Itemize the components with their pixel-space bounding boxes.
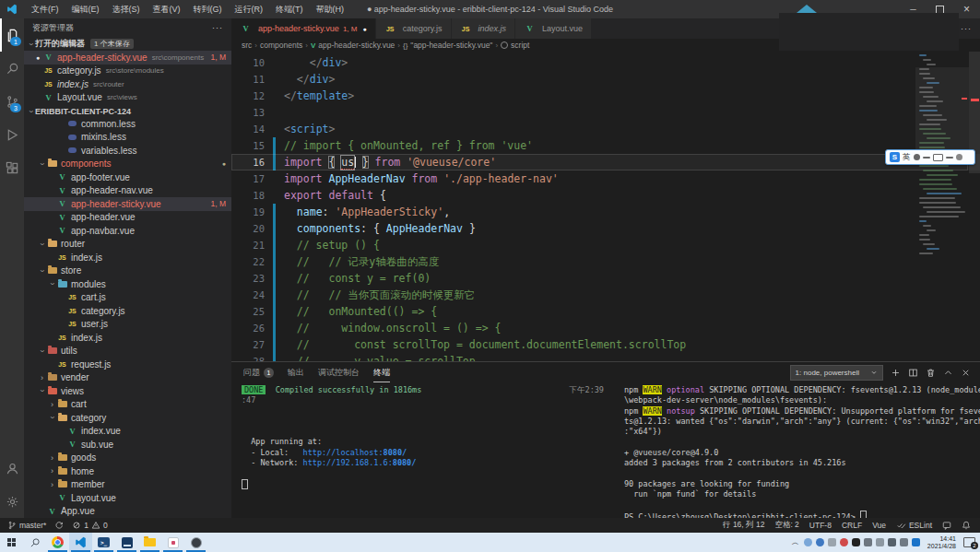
ime-settings-icon[interactable]	[956, 154, 962, 160]
problems-indicator[interactable]: 1 0	[72, 521, 107, 530]
code-line[interactable]: 22 // // 记录y轴卷曲的高度	[231, 253, 980, 270]
menu-G[interactable]: 转到(G)	[187, 5, 229, 14]
taskbar-app-4[interactable]	[115, 533, 138, 552]
code-line[interactable]: 17import AppHeaderNav from './app-header…	[231, 170, 980, 187]
close-panel-icon[interactable]	[961, 368, 971, 378]
editor-tab[interactable]: Vapp-header-sticky.vue1, M●	[231, 18, 376, 39]
tree-item[interactable]: Vapp-header-nav.vue	[24, 184, 231, 198]
language-mode[interactable]: Vue	[872, 521, 886, 530]
tree-item[interactable]: mixins.less	[24, 131, 231, 145]
tree-item[interactable]: ›goods	[24, 452, 231, 465]
activity-explorer[interactable]: 1	[0, 18, 24, 52]
code-line[interactable]: 24 // // 当你页面滚动的时候更新它	[231, 287, 980, 303]
tree-item[interactable]: ›cart	[24, 398, 231, 412]
dirty-dot-icon[interactable]: ●	[362, 26, 366, 32]
code-line[interactable]: 18export default {	[231, 187, 980, 204]
code-line[interactable]: 27 // const scrollTop = document.documen…	[231, 336, 980, 353]
breadcrumb-item[interactable]: src	[242, 41, 252, 50]
code-line[interactable]: 14<script>	[231, 121, 980, 137]
code-line[interactable]: 16import { us } from '@vueuse/core'	[231, 154, 980, 170]
tree-item[interactable]: JSindex.js	[24, 251, 231, 264]
code-line[interactable]: 20 components: { AppHeaderNav }	[231, 220, 980, 237]
tree-item[interactable]: JScart.js	[24, 291, 231, 305]
terminal-pane-shell[interactable]: npm WARN optional SKIPPING OPTIONAL DEPE…	[617, 382, 980, 518]
tray-monitor-icon[interactable]	[876, 538, 884, 546]
code-line[interactable]: 12</template>	[231, 88, 980, 104]
open-editor-item[interactable]: VLayout.vuesrc\views	[24, 91, 231, 105]
ime-punctuation-icon[interactable]	[923, 157, 930, 159]
tree-item[interactable]: JSrequest.js	[24, 358, 231, 371]
tree-item[interactable]: ›modules	[24, 277, 231, 291]
maximize-panel-icon[interactable]	[943, 368, 953, 378]
activity-account[interactable]	[0, 452, 24, 485]
editor-tab[interactable]: VLayout.vue	[515, 18, 592, 39]
encoding[interactable]: UTF-8	[809, 521, 832, 530]
taskbar-search-button[interactable]	[23, 533, 46, 552]
ime-language-mode[interactable]: 英	[903, 152, 911, 163]
tree-item[interactable]: Vapp-navbar.vue	[24, 224, 231, 238]
tree-item[interactable]: Vapp-header-sticky.vue1, M	[24, 197, 231, 211]
tree-item[interactable]: Vindex.vue	[24, 425, 231, 439]
tree-item[interactable]: ›views	[24, 384, 231, 398]
panel-tab-问题[interactable]: 问题1	[243, 362, 274, 382]
breadcrumb-item[interactable]: app-header-sticky.vue	[318, 41, 395, 50]
git-branch-indicator[interactable]: master*	[7, 521, 46, 530]
code-line[interactable]: 21 // setup () {	[231, 237, 980, 253]
menu-V[interactable]: 查看(V)	[147, 5, 187, 14]
notifications-button[interactable]	[962, 521, 971, 530]
indentation[interactable]: 空格: 2	[774, 520, 798, 531]
tray-microphone-icon[interactable]	[852, 538, 860, 546]
code-line[interactable]: 15// import { onMounted, ref } from 'vue…	[231, 137, 980, 154]
cursor-position[interactable]: 行 16, 列 12	[723, 520, 764, 531]
tree-item[interactable]: ›category	[24, 411, 231, 425]
tree-item[interactable]: variables.less	[24, 144, 231, 158]
tree-item[interactable]: ›utils	[24, 345, 231, 358]
tray-display-icon[interactable]	[828, 538, 836, 546]
menu-R[interactable]: 运行(R)	[229, 5, 270, 14]
tree-item[interactable]: ›home	[24, 464, 231, 478]
tree-item[interactable]: ›router	[24, 238, 231, 252]
project-section-header[interactable]: › ERIBBIT-CLIENT-PC-124	[24, 104, 231, 118]
tree-item[interactable]: JSindex.js	[24, 331, 231, 345]
tree-item[interactable]: ›member	[24, 478, 231, 492]
tray-flower-icon[interactable]	[840, 538, 848, 546]
tree-item[interactable]: VLayout.vue	[24, 491, 231, 505]
breadcrumb-item[interactable]: components	[260, 41, 302, 50]
ime-keyboard-icon[interactable]	[933, 154, 943, 161]
menu-T[interactable]: 终端(T)	[269, 5, 310, 14]
ime-toolbar[interactable]: S 英	[885, 149, 975, 165]
taskbar-chrome[interactable]	[46, 533, 69, 552]
menu-H[interactable]: 帮助(H)	[310, 5, 351, 14]
taskbar-app-6[interactable]	[161, 533, 184, 552]
tree-item[interactable]: ›vender	[24, 371, 231, 385]
open-editor-item[interactable]: JScategory.jssrc\store\modules	[24, 65, 231, 78]
breadcrumb-item[interactable]: script	[511, 41, 529, 50]
tree-item[interactable]: ›components●	[24, 158, 231, 171]
code-line[interactable]: 23 // const y = ref(0)	[231, 270, 980, 287]
tray-ime-icon[interactable]	[900, 538, 908, 546]
tree-item[interactable]: ›store	[24, 264, 231, 278]
code-line[interactable]: 28 // y.value = scrollTop	[231, 353, 980, 361]
panel-tab-终端[interactable]: 终端	[373, 362, 390, 382]
terminal-link[interactable]: 8080/	[384, 448, 407, 457]
code-line[interactable]: 19 name: 'AppHeaderSticky',	[231, 204, 980, 220]
new-terminal-icon[interactable]	[891, 368, 901, 378]
open-editors-header[interactable]: › 打开的编辑器 1 个未保存	[24, 37, 231, 51]
tray-battery-icon[interactable]	[864, 538, 872, 546]
panel-tab-输出[interactable]: 输出	[288, 362, 304, 382]
code-editor[interactable]: 10 </div>11 </div>12</template>1314<scri…	[231, 52, 980, 361]
open-editor-item[interactable]: JSindex.jssrc\router	[24, 77, 231, 91]
terminal-pane-serve[interactable]: 下午2:39 DONE Compiled successfully in 181…	[231, 382, 617, 518]
activity-run-debug[interactable]	[0, 118, 24, 151]
menu-E[interactable]: 编辑(E)	[65, 5, 106, 14]
tray-volume-icon[interactable]	[888, 538, 896, 546]
tray-network-icon[interactable]	[804, 538, 812, 546]
tray-qq-icon[interactable]	[912, 538, 920, 546]
feedback-button[interactable]	[942, 521, 951, 530]
tree-item[interactable]: JScategory.js	[24, 304, 231, 318]
activity-source-control[interactable]: 3	[0, 85, 24, 118]
editor-more-actions-icon[interactable]: ···	[961, 24, 980, 33]
code-line[interactable]: 13	[231, 104, 980, 121]
action-center-icon[interactable]: 2	[963, 537, 975, 547]
sidebar-more-actions-icon[interactable]: ···	[212, 23, 223, 32]
